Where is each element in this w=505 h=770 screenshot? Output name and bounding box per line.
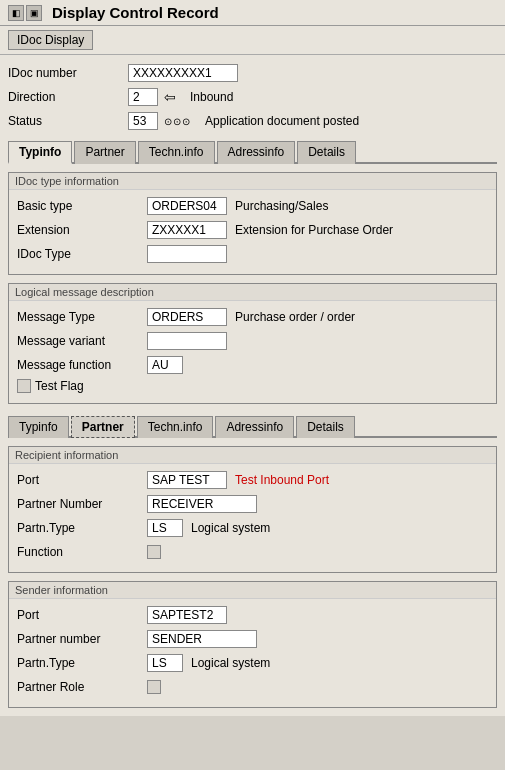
sender-partner-number-label: Partner number <box>17 632 147 646</box>
sender-section: Sender information Port SAPTEST2 Partner… <box>8 581 497 708</box>
msg-variant-label: Message variant <box>17 334 147 348</box>
page-title: Display Control Record <box>52 4 219 21</box>
icon2: ▣ <box>26 5 42 21</box>
status-row: Status 53 ⊙⊙⊙ Application document poste… <box>8 111 497 131</box>
recipient-partn-type-row: Partn.Type LS Logical system <box>17 518 488 538</box>
extension-desc: Extension for Purchase Order <box>235 223 393 237</box>
extension-value[interactable]: ZXXXXX1 <box>147 221 227 239</box>
logical-msg-title: Logical message description <box>9 284 496 301</box>
idoc-number-row: IDoc number XXXXXXXXX1 <box>8 63 497 83</box>
recipient-section-content: Port SAP TEST Test Inbound Port Partner … <box>9 464 496 572</box>
extension-label: Extension <box>17 223 147 237</box>
idoc-type-section-title: IDoc type information <box>9 173 496 190</box>
idoc-type-label: IDoc Type <box>17 247 147 261</box>
tabs2-container: Typinfo Partner Techn.info Adressinfo De… <box>8 414 497 438</box>
tab2-techn-info[interactable]: Techn.info <box>137 416 214 438</box>
msg-function-label: Message function <box>17 358 147 372</box>
recipient-port-value[interactable]: SAP TEST <box>147 471 227 489</box>
idoc-type-section-content: Basic type ORDERS04 Purchasing/Sales Ext… <box>9 190 496 274</box>
sender-partner-role-checkbox[interactable] <box>147 680 161 694</box>
tab2-partner[interactable]: Partner <box>71 416 135 438</box>
recipient-partn-type-value[interactable]: LS <box>147 519 183 537</box>
tab1-typinfo[interactable]: Typinfo <box>8 141 72 164</box>
tab1-adressinfo[interactable]: Adressinfo <box>217 141 296 164</box>
status-value-group: 53 ⊙⊙⊙ Application document posted <box>128 112 359 130</box>
tab2-typinfo[interactable]: Typinfo <box>8 416 69 438</box>
status-desc: Application document posted <box>205 114 359 128</box>
sender-partner-number-value[interactable]: SENDER <box>147 630 257 648</box>
recipient-port-label: Port <box>17 473 147 487</box>
idoc-display-button[interactable]: IDoc Display <box>8 30 93 50</box>
recipient-function-row: Function <box>17 542 488 562</box>
sender-section-title: Sender information <box>9 582 496 599</box>
sender-port-label: Port <box>17 608 147 622</box>
idoc-type-section: IDoc type information Basic type ORDERS0… <box>8 172 497 275</box>
sender-partn-type-desc: Logical system <box>191 656 270 670</box>
recipient-port-row: Port SAP TEST Test Inbound Port <box>17 470 488 490</box>
tab2-adressinfo[interactable]: Adressinfo <box>215 416 294 438</box>
sender-partn-type-row: Partn.Type LS Logical system <box>17 653 488 673</box>
msg-variant-row: Message variant <box>17 331 488 351</box>
direction-label: Direction <box>8 90 128 104</box>
recipient-section-title: Recipient information <box>9 447 496 464</box>
sender-partner-number-row: Partner number SENDER <box>17 629 488 649</box>
toolbar: IDoc Display <box>0 26 505 55</box>
msg-variant-value[interactable] <box>147 332 227 350</box>
tabs1-container: Typinfo Partner Techn.info Adressinfo De… <box>8 139 497 164</box>
msg-type-value[interactable]: ORDERS <box>147 308 227 326</box>
status-value[interactable]: 53 <box>128 112 158 130</box>
idoc-number-value[interactable]: XXXXXXXXX1 <box>128 64 238 82</box>
tab1-techn-info[interactable]: Techn.info <box>138 141 215 164</box>
basic-type-row: Basic type ORDERS04 Purchasing/Sales <box>17 196 488 216</box>
recipient-partn-type-label: Partn.Type <box>17 521 147 535</box>
basic-type-desc: Purchasing/Sales <box>235 199 328 213</box>
tab1-details[interactable]: Details <box>297 141 356 164</box>
test-flag-label: Test Flag <box>35 379 84 393</box>
idoc-type-row: IDoc Type <box>17 244 488 264</box>
msg-function-value[interactable]: AU <box>147 356 183 374</box>
sender-section-content: Port SAPTEST2 Partner number SENDER Part… <box>9 599 496 707</box>
direction-value-group: 2 ⇦ Inbound <box>128 88 233 106</box>
sender-partn-type-value[interactable]: LS <box>147 654 183 672</box>
recipient-section: Recipient information Port SAP TEST Test… <box>8 446 497 573</box>
status-icon: ⊙⊙⊙ <box>164 116 191 127</box>
msg-type-row: Message Type ORDERS Purchase order / ord… <box>17 307 488 327</box>
tab1-partner[interactable]: Partner <box>74 141 135 164</box>
direction-value[interactable]: 2 <box>128 88 158 106</box>
tab2-details[interactable]: Details <box>296 416 355 438</box>
recipient-partner-number-label: Partner Number <box>17 497 147 511</box>
sender-partner-role-label: Partner Role <box>17 680 147 694</box>
recipient-function-label: Function <box>17 545 147 559</box>
logical-msg-content: Message Type ORDERS Purchase order / ord… <box>9 301 496 403</box>
inbound-arrow-icon: ⇦ <box>164 89 176 105</box>
sender-partner-role-row: Partner Role <box>17 677 488 697</box>
test-flag-checkbox[interactable] <box>17 379 31 393</box>
extension-row: Extension ZXXXXX1 Extension for Purchase… <box>17 220 488 240</box>
main-content: IDoc number XXXXXXXXX1 Direction 2 ⇦ Inb… <box>0 55 505 716</box>
idoc-number-label: IDoc number <box>8 66 128 80</box>
recipient-partn-type-desc: Logical system <box>191 521 270 535</box>
title-icons: ◧ ▣ <box>8 5 42 21</box>
sender-port-row: Port SAPTEST2 <box>17 605 488 625</box>
basic-type-label: Basic type <box>17 199 147 213</box>
recipient-partner-number-row: Partner Number RECEIVER <box>17 494 488 514</box>
logical-msg-section: Logical message description Message Type… <box>8 283 497 404</box>
test-flag-row: Test Flag <box>17 379 488 393</box>
direction-desc: Inbound <box>190 90 233 104</box>
sender-port-value[interactable]: SAPTEST2 <box>147 606 227 624</box>
sender-partn-type-label: Partn.Type <box>17 656 147 670</box>
msg-type-desc: Purchase order / order <box>235 310 355 324</box>
idoc-type-value[interactable] <box>147 245 227 263</box>
recipient-function-checkbox[interactable] <box>147 545 161 559</box>
icon1: ◧ <box>8 5 24 21</box>
recipient-port-desc: Test Inbound Port <box>235 473 329 487</box>
direction-row: Direction 2 ⇦ Inbound <box>8 87 497 107</box>
recipient-partner-number-value[interactable]: RECEIVER <box>147 495 257 513</box>
title-bar: ◧ ▣ Display Control Record <box>0 0 505 26</box>
basic-type-value[interactable]: ORDERS04 <box>147 197 227 215</box>
msg-type-label: Message Type <box>17 310 147 324</box>
msg-function-row: Message function AU <box>17 355 488 375</box>
status-label: Status <box>8 114 128 128</box>
